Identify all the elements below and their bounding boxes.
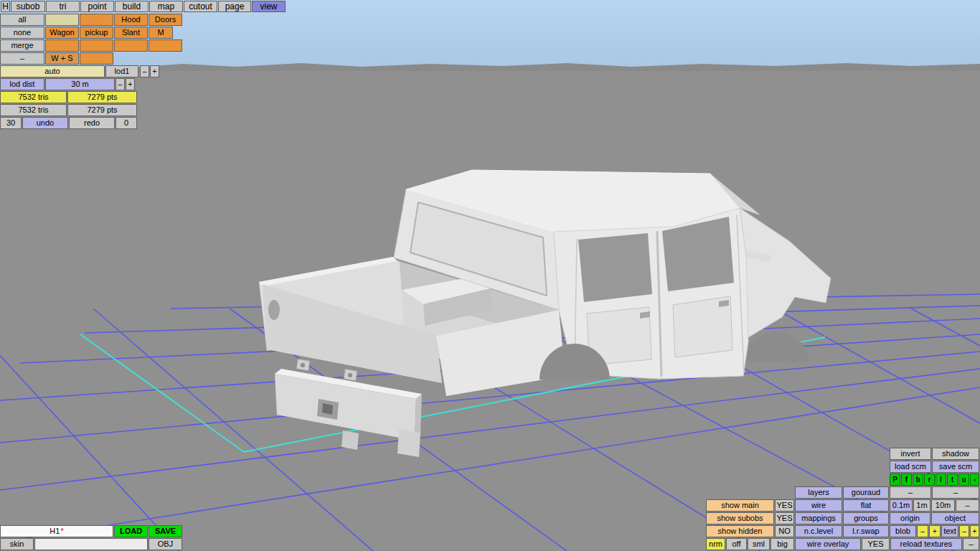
lr-swap-button[interactable]: l.r.swap <box>843 525 889 537</box>
save-scm-button[interactable]: save scm <box>932 461 979 473</box>
invert-button[interactable]: invert <box>890 448 931 460</box>
view-left-button[interactable]: l <box>936 474 946 486</box>
show-main-toggle[interactable]: YES <box>775 499 794 512</box>
nc-level-button[interactable]: n.c.level <box>795 525 842 537</box>
menu-subob-tab[interactable]: subob <box>11 1 45 12</box>
menu-h-button[interactable]: H <box>1 1 10 12</box>
mappings-button[interactable]: mappings <box>795 512 842 524</box>
redo-button[interactable]: redo <box>69 117 115 129</box>
view-top-button[interactable]: t <box>947 474 958 486</box>
show-hidden-toggle[interactable]: NO <box>775 525 794 537</box>
lod-dist-plus-button[interactable]: + <box>126 78 135 90</box>
blob-minus-button[interactable]: – <box>917 525 928 537</box>
wire-overlay-button[interactable]: wire overlay <box>795 538 861 550</box>
nrm-off-button[interactable]: off <box>726 538 747 550</box>
lod-dist-label: lod dist <box>0 78 44 90</box>
skin-label[interactable]: skin <box>0 538 34 550</box>
blob-plus-button[interactable]: + <box>929 525 941 537</box>
undo-count: 30 <box>0 117 22 129</box>
menu-map-tab[interactable]: map <box>149 1 183 12</box>
skin-input[interactable] <box>34 538 148 550</box>
load-button[interactable]: LOAD <box>114 525 148 537</box>
view-under-button[interactable]: u <box>958 474 969 486</box>
wire-overlay-toggle[interactable]: YES <box>862 538 890 550</box>
subob-slant-button[interactable]: Slant <box>114 27 148 39</box>
view-right-button[interactable]: r <box>924 474 935 486</box>
tris-count-total: 7532 tris <box>0 104 67 116</box>
subob-slot-5[interactable] <box>114 39 148 52</box>
subob-m-button[interactable]: M <box>149 27 173 39</box>
view-dot-button[interactable]: ● <box>970 474 979 486</box>
menu-cutout-tab[interactable]: cutout <box>184 1 217 12</box>
tris-count-active: 7532 tris <box>0 91 67 103</box>
subob-slot-4[interactable] <box>80 39 113 52</box>
groups-button[interactable]: groups <box>843 512 889 524</box>
model-name-text: H1 <box>50 527 60 535</box>
view-front-button[interactable]: f <box>901 474 912 486</box>
pts-count-active: 7279 pts <box>67 91 137 103</box>
ws-button[interactable]: W + S <box>45 52 79 65</box>
select-all-button[interactable]: all <box>0 14 44 26</box>
reload-textures-button[interactable]: reload textures <box>890 538 962 550</box>
object-button[interactable]: object <box>931 512 979 524</box>
lod1-button[interactable]: lod1 <box>105 65 138 77</box>
save-button[interactable]: SAVE <box>149 525 182 537</box>
shadow-button[interactable]: shadow <box>932 448 979 460</box>
subob-slot-6[interactable] <box>149 39 182 52</box>
show-main-label: show main <box>706 499 774 512</box>
subob-slot-2[interactable] <box>80 14 113 26</box>
menu-tri-tab[interactable]: tri <box>46 1 80 12</box>
lod-dist-value[interactable]: 30 m <box>45 78 115 90</box>
modified-asterisk: * <box>60 527 63 535</box>
reload-dash-button[interactable]: – <box>963 538 979 550</box>
grid-1m-button[interactable]: 1m <box>913 499 930 512</box>
nrm-button[interactable]: nrm <box>706 538 725 550</box>
viewport-3d[interactable] <box>0 0 980 551</box>
nrm-sml-button[interactable]: sml <box>748 538 770 550</box>
text-plus-button[interactable]: + <box>970 525 979 537</box>
subob-slot-3[interactable] <box>45 39 79 52</box>
view-perspective-button[interactable]: P <box>890 474 900 486</box>
view-back-button[interactable]: b <box>913 474 923 486</box>
menu-view-tab[interactable]: view <box>252 1 286 12</box>
menu-point-tab[interactable]: point <box>80 1 114 12</box>
show-subobs-toggle[interactable]: YES <box>775 512 794 524</box>
lod-auto-field[interactable]: auto <box>0 65 105 77</box>
dash-right-button[interactable]: – <box>932 486 979 499</box>
subob-pickup-button[interactable]: pickup <box>80 27 113 39</box>
merge-button[interactable]: merge <box>0 39 44 52</box>
blob-button[interactable]: blob <box>890 525 916 537</box>
load-scm-button[interactable]: load scm <box>890 461 931 473</box>
grid-01m-button[interactable]: 0.1m <box>890 499 913 512</box>
menu-page-tab[interactable]: page <box>218 1 251 12</box>
lod-dist-minus-button[interactable]: – <box>116 78 125 90</box>
pts-count-total: 7279 pts <box>67 104 137 116</box>
select-none-button[interactable]: none <box>0 27 44 39</box>
subob-wagon-button[interactable]: Wagon <box>45 27 79 39</box>
undo-button[interactable]: undo <box>22 117 68 129</box>
text-button[interactable]: text <box>941 525 958 537</box>
obj-button[interactable]: OBJ <box>149 538 182 550</box>
wire-button[interactable]: wire <box>795 499 842 512</box>
nrm-big-button[interactable]: big <box>771 538 794 550</box>
subob-dash-button[interactable]: – <box>0 52 44 65</box>
subob-slot-7[interactable] <box>80 52 113 65</box>
subob-slot-1[interactable] <box>45 14 79 26</box>
origin-button[interactable]: origin <box>890 512 930 524</box>
show-hidden-label: show hidden <box>706 525 774 537</box>
subob-hood-button[interactable]: Hood <box>114 14 148 26</box>
app-window: H subob tri point build map cutout page … <box>0 0 980 551</box>
layers-button[interactable]: layers <box>795 486 842 499</box>
grid-10m-button[interactable]: 10m <box>931 499 955 512</box>
subob-doors-button[interactable]: Doors <box>149 14 182 26</box>
gouraud-button[interactable]: gouraud <box>843 486 889 499</box>
lod-plus-button[interactable]: + <box>150 65 159 77</box>
flat-button[interactable]: flat <box>843 499 889 512</box>
redo-count: 0 <box>116 117 137 129</box>
model-name-field[interactable]: H1* <box>0 525 113 537</box>
grid-dash-button[interactable]: – <box>956 499 979 512</box>
menu-build-tab[interactable]: build <box>115 1 149 12</box>
dash-left-button[interactable]: – <box>890 486 931 499</box>
lod-minus-button[interactable]: – <box>140 65 149 77</box>
text-minus-button[interactable]: – <box>959 525 969 537</box>
